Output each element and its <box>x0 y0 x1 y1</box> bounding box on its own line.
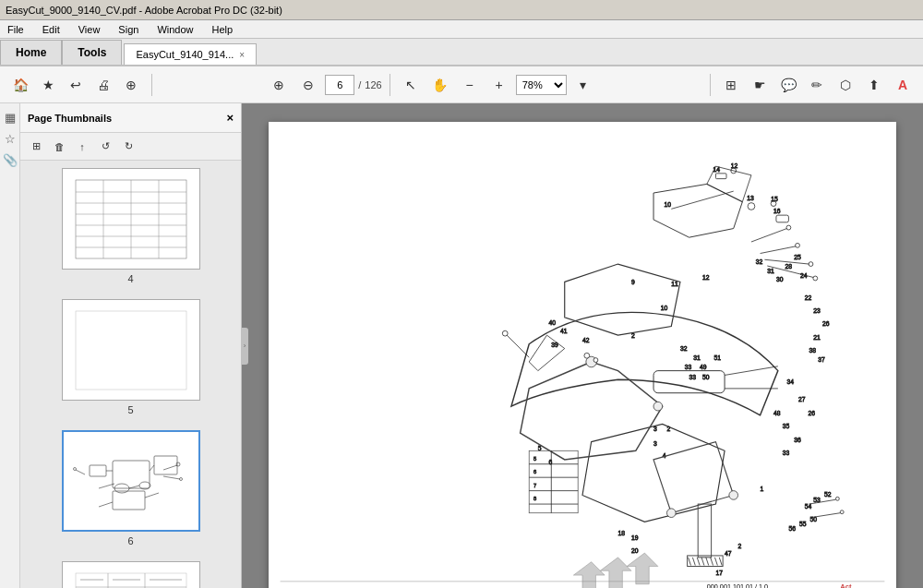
attachment-icon[interactable]: 📎 <box>3 153 18 167</box>
hand-tool-btn[interactable]: ✋ <box>427 72 453 98</box>
svg-point-156 <box>584 353 590 358</box>
menu-view[interactable]: View <box>75 23 104 36</box>
menu-edit[interactable]: Edit <box>39 23 64 36</box>
svg-text:49: 49 <box>700 364 707 370</box>
print-btn[interactable]: 🖨 <box>90 72 116 98</box>
svg-text:000 001 101 01 / 1.0: 000 001 101 01 / 1.0 <box>707 582 768 588</box>
toolbar: 🏠 ★ ↩ 🖨 ⊕ ⊕ ⊖ / 126 ↖ ✋ − + 50% 75% 78% … <box>0 66 923 103</box>
svg-text:38: 38 <box>809 347 817 354</box>
svg-text:21: 21 <box>813 334 821 341</box>
thumbnails-list: 4 5 <box>20 161 241 588</box>
svg-rect-10 <box>76 311 186 390</box>
svg-point-126 <box>666 509 676 518</box>
panel-collapse-handle[interactable]: › <box>241 328 248 365</box>
acrobat-btn[interactable]: A <box>890 72 916 98</box>
thumbnail-4[interactable]: 4 <box>28 168 234 284</box>
menu-file[interactable]: File <box>4 23 28 36</box>
svg-text:2: 2 <box>631 332 635 339</box>
toolbar-left-group: 🏠 ★ ↩ 🖨 ⊕ <box>7 72 144 98</box>
thumbnail-img-4 <box>62 168 200 270</box>
svg-text:37: 37 <box>818 356 825 363</box>
highlight-btn[interactable]: ⬡ <box>833 72 858 98</box>
menu-sign[interactable]: Sign <box>114 23 142 36</box>
menu-help[interactable]: Help <box>209 23 237 36</box>
svg-text:32: 32 <box>680 345 688 352</box>
svg-text:13: 13 <box>747 195 754 201</box>
zoom-in-btn[interactable]: + <box>486 72 512 98</box>
zoom-out-btn[interactable]: − <box>457 72 483 98</box>
sep3 <box>710 74 711 96</box>
svg-text:1: 1 <box>761 486 764 492</box>
svg-text:48: 48 <box>773 410 781 416</box>
page-separator: / <box>358 79 361 90</box>
bookmark-side-icon[interactable]: ☆ <box>5 132 16 146</box>
svg-text:2: 2 <box>738 543 742 549</box>
svg-rect-30 <box>76 573 186 589</box>
tab-bar: Home Tools EasyCut_9140_914... × <box>0 39 923 66</box>
thumb-view-btn[interactable]: ⊞ <box>26 137 46 157</box>
tab-home[interactable]: Home <box>0 40 62 65</box>
comment-btn[interactable]: 💬 <box>775 72 801 98</box>
menu-window[interactable]: Window <box>153 23 197 36</box>
svg-text:22: 22 <box>805 294 812 301</box>
thumbnail-7[interactable]: 7 <box>28 561 234 588</box>
svg-text:19: 19 <box>631 534 639 541</box>
panel-close-btn[interactable]: × <box>226 111 234 125</box>
thumbnail-label-4: 4 <box>127 273 133 284</box>
svg-text:10: 10 <box>661 305 668 311</box>
back-btn[interactable]: ↩ <box>63 72 89 98</box>
zoom-dropdown-btn[interactable]: ▾ <box>570 72 596 98</box>
svg-text:34: 34 <box>786 378 794 385</box>
svg-text:52: 52 <box>824 491 832 498</box>
share-btn[interactable]: ⬆ <box>861 72 887 98</box>
prev-page-btn[interactable]: ⊕ <box>266 72 292 98</box>
svg-text:7: 7 <box>533 483 536 488</box>
svg-text:42: 42 <box>582 337 590 343</box>
thumb-extract-btn[interactable]: ↑ <box>72 137 92 157</box>
pen-btn[interactable]: ✏ <box>804 72 830 98</box>
thumb-undo-btn[interactable]: ↺ <box>95 137 115 157</box>
thumb-redo-btn[interactable]: ↻ <box>118 137 138 157</box>
thumbnail-label-6: 6 <box>127 535 133 546</box>
svg-text:56: 56 <box>788 525 796 532</box>
tab-close-button[interactable]: × <box>239 50 245 60</box>
content-area[interactable]: 13 14 12 15 16 10 <box>242 103 923 588</box>
panel-title: Page Thumbnails <box>28 113 112 124</box>
page-thumb-icon[interactable]: ▦ <box>5 111 16 125</box>
tab-tools[interactable]: Tools <box>62 40 122 65</box>
home-toolbar-btn[interactable]: 🏠 <box>7 72 33 98</box>
touch-btn[interactable]: ☛ <box>747 72 773 98</box>
thumbnail-img-5 <box>62 299 200 401</box>
thumb-delete-btn[interactable]: 🗑 <box>49 137 69 157</box>
thumbnail-label-5: 5 <box>127 404 133 415</box>
zoom-select[interactable]: 50% 75% 78% 100% 125% 150% <box>516 75 567 95</box>
svg-point-125 <box>653 402 663 411</box>
svg-text:51: 51 <box>714 354 722 361</box>
svg-text:31: 31 <box>767 268 774 274</box>
svg-text:33: 33 <box>685 364 692 370</box>
zoom-fit-btn[interactable]: ⊕ <box>118 72 144 98</box>
svg-point-46 <box>748 203 755 210</box>
svg-text:39: 39 <box>551 342 558 348</box>
thumbnail-6[interactable]: 6 <box>28 430 234 546</box>
svg-text:41: 41 <box>560 328 568 334</box>
svg-text:50: 50 <box>702 374 710 380</box>
cursor-tool-btn[interactable]: ↖ <box>398 72 424 98</box>
svg-text:10: 10 <box>665 201 672 208</box>
tab-doc-label: EasyCut_9140_914... <box>136 49 234 60</box>
bookmark-btn[interactable]: ★ <box>35 72 61 98</box>
thumbnail-5[interactable]: 5 <box>28 299 234 415</box>
svg-text:25: 25 <box>794 254 801 260</box>
left-panel: Page Thumbnails × ⊞ 🗑 ↑ ↺ ↻ <box>20 103 242 588</box>
svg-text:3: 3 <box>653 440 657 447</box>
right-toolbar: ⊞ ☛ 💬 ✏ ⬡ ⬆ A <box>718 72 916 98</box>
next-page-btn[interactable]: ⊖ <box>295 72 321 98</box>
svg-text:18: 18 <box>618 530 626 536</box>
svg-text:9: 9 <box>631 279 635 285</box>
page-number-input[interactable] <box>325 75 354 95</box>
tab-document[interactable]: EasyCut_9140_914... × <box>124 43 257 65</box>
pdf-page: 13 14 12 15 16 10 <box>269 122 896 588</box>
title-bar: EasyCut_9000_9140_CV.pdf - Adobe Acrobat… <box>0 0 923 20</box>
grid-view-btn[interactable]: ⊞ <box>718 72 744 98</box>
svg-text:15: 15 <box>771 196 778 202</box>
